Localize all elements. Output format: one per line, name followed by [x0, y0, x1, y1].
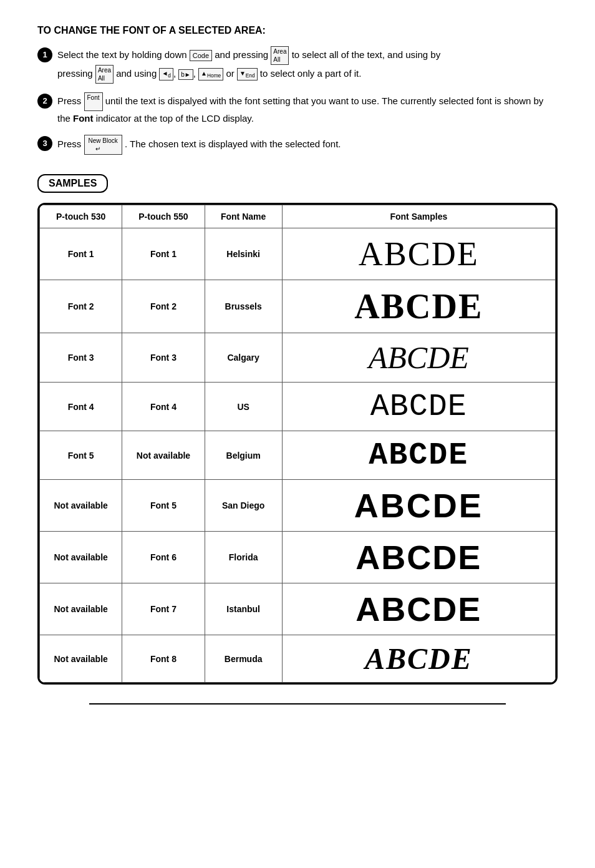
cell-sample: ABCDE	[282, 532, 555, 583]
font-sample-text: ABCDE	[290, 339, 548, 376]
cell-sample: ABCDE	[282, 383, 555, 431]
font-sample-text: ABCDE	[290, 286, 548, 326]
cell-sample: ABCDE	[282, 228, 555, 280]
table-row: Font 2 Font 2 Brussels ABCDE	[40, 280, 556, 333]
left-key: ◄d	[159, 68, 173, 80]
step-3-text: Press New Block ↵ . The chosen text is d…	[57, 135, 558, 155]
cell-p550: Font 3	[122, 333, 205, 383]
font-samples-table: P-touch 530 P-touch 550 Font Name Font S…	[39, 205, 556, 683]
cell-p530: Font 4	[40, 383, 122, 431]
cell-fontname: Belgium	[205, 431, 282, 480]
step-1-text: Select the text by holding down Code and…	[57, 46, 558, 84]
step-2-number: 2	[37, 94, 52, 109]
font-sample-text: ABCDE	[290, 437, 548, 473]
cell-p530: Font 5	[40, 431, 122, 480]
step-1-number: 1	[37, 47, 52, 62]
step-3-number: 3	[37, 136, 52, 151]
font-indicator: Font	[73, 113, 93, 124]
down-key: ▼End	[237, 68, 258, 80]
up-key: ▲Home	[198, 68, 223, 80]
cell-p550: Font 1	[122, 228, 205, 280]
font-sample-text: ABCDE	[290, 538, 548, 577]
cell-fontname: Istanbul	[205, 583, 282, 635]
right-key: b►	[178, 69, 193, 80]
area-all-key: AreaAll	[271, 46, 289, 65]
font-sample-text: ABCDE	[290, 590, 548, 628]
cell-fontname: Brussels	[205, 280, 282, 333]
header-ptouch550: P-touch 550	[122, 205, 205, 228]
cell-p550: Font 5	[122, 480, 205, 532]
step-3: 3 Press New Block ↵ . The chosen text is…	[37, 135, 558, 155]
cell-p530: Not available	[40, 635, 122, 683]
font-sample-text: ABCDE	[290, 389, 548, 424]
cell-p530: Font 2	[40, 280, 122, 333]
cell-fontname: San Diego	[205, 480, 282, 532]
table-row: Not available Font 8 Bermuda ABCDE	[40, 635, 556, 683]
cell-p530: Not available	[40, 532, 122, 583]
table-row: Not available Font 5 San Diego ABCDE	[40, 480, 556, 532]
new-block-key: New Block ↵	[84, 135, 122, 155]
font-sample-text: ABCDE	[290, 486, 548, 525]
samples-label: SAMPLES	[37, 174, 108, 193]
step-2: 2 Press Font until the text is dispalyed…	[37, 92, 558, 126]
cell-p550: Font 4	[122, 383, 205, 431]
cell-p530: Not available	[40, 480, 122, 532]
font-sample-text: ABCDE	[290, 235, 548, 273]
cell-sample: ABCDE	[282, 480, 555, 532]
font-sample-text: ABCDE	[290, 641, 548, 676]
table-row: Font 3 Font 3 Calgary ABCDE	[40, 333, 556, 383]
font-samples-table-container: P-touch 530 P-touch 550 Font Name Font S…	[37, 203, 558, 685]
cell-sample: ABCDE	[282, 280, 555, 333]
cell-sample: ABCDE	[282, 333, 555, 383]
table-row: Font 5 Not available Belgium ABCDE	[40, 431, 556, 480]
cell-p530: Not available	[40, 583, 122, 635]
cell-p530: Font 3	[40, 333, 122, 383]
bottom-divider	[89, 703, 505, 705]
step-2-text: Press Font until the text is dispalyed w…	[57, 92, 558, 126]
page-title: TO CHANGE THE FONT OF A SELECTED AREA:	[37, 25, 558, 36]
cell-sample: ABCDE	[282, 635, 555, 683]
table-row: Font 1 Font 1 Helsinki ABCDE	[40, 228, 556, 280]
header-fontname: Font Name	[205, 205, 282, 228]
cell-sample: ABCDE	[282, 431, 555, 480]
cell-sample: ABCDE	[282, 583, 555, 635]
cell-fontname: Helsinki	[205, 228, 282, 280]
cell-p550: Not available	[122, 431, 205, 480]
area-all-key-2: AreaAll	[95, 65, 114, 84]
table-row: Not available Font 6 Florida ABCDE	[40, 532, 556, 583]
font-key: Font	[84, 92, 103, 111]
cell-fontname: Bermuda	[205, 635, 282, 683]
cell-p550: Font 6	[122, 532, 205, 583]
cell-p550: Font 7	[122, 583, 205, 635]
cell-p550: Font 8	[122, 635, 205, 683]
step-1: 1 Select the text by holding down Code a…	[37, 46, 558, 84]
cell-fontname: Florida	[205, 532, 282, 583]
cell-p530: Font 1	[40, 228, 122, 280]
table-header-row: P-touch 530 P-touch 550 Font Name Font S…	[40, 205, 556, 228]
cell-p550: Font 2	[122, 280, 205, 333]
cell-fontname: US	[205, 383, 282, 431]
cell-fontname: Calgary	[205, 333, 282, 383]
header-ptouch530: P-touch 530	[40, 205, 122, 228]
code-key: Code	[190, 50, 212, 61]
table-row: Not available Font 7 Istanbul ABCDE	[40, 583, 556, 635]
table-row: Font 4 Font 4 US ABCDE	[40, 383, 556, 431]
header-fontsamples: Font Samples	[282, 205, 555, 228]
